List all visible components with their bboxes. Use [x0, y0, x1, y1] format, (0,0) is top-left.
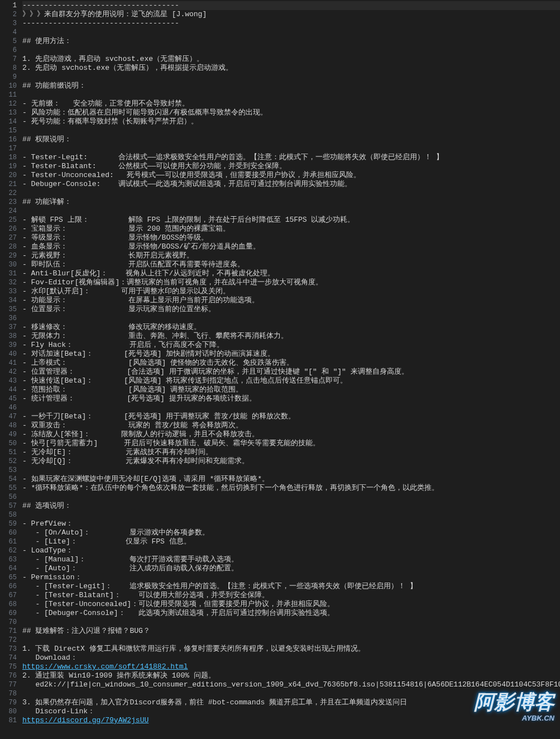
code-line[interactable]: - *循环释放策略*：在队伍中的每个角色依次释放一套技能，然后切换到下一个角色进… [22, 484, 560, 493]
code-line[interactable]: - 双重攻击： 玩家的 普攻/技能 将会释放两次。 [22, 421, 560, 430]
code-line[interactable]: 2. 通过重装 Win10-1909 操作系统来解决 100% 问题。 [22, 671, 560, 680]
code-line[interactable]: - 元素视野： 长期开启元素视野。 [22, 251, 560, 260]
code-line[interactable]: https://www.crsky.com/soft/141882.html [22, 662, 560, 671]
code-line[interactable]: - 冻结敌人[笨怪]： 限制敌人的行动逻辑，并且不会释放攻击。 [22, 430, 560, 439]
code-content[interactable]: ------------------------------------》》》来… [22, 0, 560, 739]
code-line[interactable] [22, 28, 560, 37]
code-line[interactable]: - 风险功能：低配机器在启用时可能导致闪退/有极低概率导致禁令的出现。 [22, 108, 560, 117]
code-line[interactable] [22, 689, 560, 698]
code-line[interactable] [22, 403, 560, 412]
code-line[interactable]: ------------------------------------ [22, 1, 560, 10]
code-line[interactable]: - 水印[默认开启]： 可用于调整水印的显示以及关闭。 [22, 287, 560, 296]
code-line[interactable]: - 无限体力： 重击、奔跑、冲刺、飞行、攀爬将不再消耗体力。 [22, 332, 560, 341]
code-line[interactable]: - 移速修改： 修改玩家的移动速度。 [22, 323, 560, 332]
code-line[interactable] [22, 144, 560, 153]
code-line[interactable]: ## 功能详解： [22, 198, 560, 207]
code-line[interactable]: - Anti-Blur[反虚化]： 视角从上往下/从远到近时，不再被虚化处理。 [22, 269, 560, 278]
code-line[interactable]: ## 使用方法： [22, 37, 560, 46]
code-line[interactable]: - 位置管理器： [合法选项] 用于微调玩家的坐标，并且可通过快捷键 "[" 和… [22, 368, 560, 376]
line-number: 75 [0, 662, 17, 671]
code-line[interactable]: - Fly Hack： 开启后，飞行高度不会下降。 [22, 341, 560, 350]
code-line[interactable]: - [Lite]： 仅显示 FPS 信息。 [22, 537, 560, 546]
code-line[interactable]: - 无冷却[Q]： 元素爆发不再有冷却时间和充能需求。 [22, 457, 560, 466]
code-line[interactable]: - 位置显示： 显示玩家当前的位置坐标。 [22, 305, 560, 314]
code-line[interactable]: - LoadType： [22, 546, 560, 555]
code-line[interactable] [22, 636, 560, 645]
code-line[interactable]: - [Tester-Unconcealed]：可以使用受限选项，但需要接受用户协… [22, 600, 560, 609]
code-line[interactable] [22, 493, 560, 502]
code-line[interactable]: - 快速传送[Beta]： [风险选项] 将玩家传送到指定地点，点击地点后传送任… [22, 376, 560, 385]
line-number: 23 [0, 198, 17, 207]
line-number: 51 [0, 448, 17, 457]
code-line[interactable]: - 统计管理器： [死号选项] 提升玩家的各项统计数据。 [22, 394, 560, 403]
code-line[interactable]: ## 权限说明： [22, 135, 560, 144]
code-line[interactable]: - [Auto]： 注入成功后自动载入保存的配置。 [22, 564, 560, 573]
line-number: 52 [0, 457, 17, 466]
code-line[interactable]: 1. 先启动游戏，再启动 svchost.exe（无需解压）。 [22, 55, 560, 64]
code-line[interactable]: - 无冷却[E]： 元素战技不再有冷却时间。 [22, 448, 560, 457]
code-line[interactable]: - 血条显示： 显示怪物/BOSS/矿石/部分道具的血量。 [22, 242, 560, 251]
code-line[interactable]: - [Tester-Blatant]： 可以使用大部分选项，并受到安全保障。 [22, 591, 560, 600]
code-line[interactable] [22, 314, 560, 323]
line-number: 53 [0, 466, 17, 475]
code-line[interactable] [22, 126, 560, 135]
code-line[interactable]: - Tester-Legit: 合法模式——追求极致安全性用户的首选。【注意：此… [22, 153, 560, 162]
code-line[interactable]: 2. 先启动 svchost.exe（无需解压），再根据提示启动游戏。 [22, 64, 560, 73]
code-line[interactable]: - 一秒千刀[Beta]： [死号选项] 用于调整玩家 普攻/技能 的释放次数。 [22, 412, 560, 421]
code-line[interactable] [22, 73, 560, 82]
code-line[interactable]: - 上帝模式： [风险选项] 使怪物的攻击无效化、免疫跌落伤害。 [22, 359, 560, 368]
code-line[interactable]: - 如果玩家在深渊螺旋中使用无冷却[E/Q]选项，请采用 *循环释放策略*。 [22, 475, 560, 484]
code-line[interactable]: - 范围拾取： [风险选项] 调整玩家的拾取范围。 [22, 385, 560, 394]
code-line[interactable]: - 解锁 FPS 上限： 解除 FPS 上限的限制，并在处于后台时降低至 15F… [22, 216, 560, 225]
code-line[interactable] [22, 189, 560, 198]
code-line[interactable] [22, 618, 560, 627]
line-number: 56 [0, 493, 17, 502]
code-line[interactable]: - 即时队伍： 开启队伍配置不再需要等待进度条。 [22, 260, 560, 269]
hyperlink[interactable]: https://www.crsky.com/soft/141882.html [22, 662, 188, 671]
code-line[interactable]: Download： [22, 654, 560, 662]
line-number: 44 [0, 385, 17, 394]
code-line[interactable]: Discord-Link： [22, 707, 560, 716]
code-line[interactable]: - Tester-Unconcealed: 死号模式——可以使用受限选项，但需要… [22, 171, 560, 180]
line-number: 26 [0, 225, 17, 233]
code-line[interactable]: ------------------------------------ [22, 19, 560, 28]
code-line[interactable] [22, 511, 560, 519]
code-line[interactable]: - 对话加速[Beta]： [死号选项] 加快剧情对话时的动画演算速度。 [22, 350, 560, 359]
hyperlink[interactable]: https://discord.gg/79yAW2jsUU [22, 716, 149, 724]
line-number: 12 [0, 99, 17, 108]
line-number: 49 [0, 430, 17, 439]
code-line[interactable]: https://discord.gg/79yAW2jsUU [22, 716, 560, 725]
code-line[interactable]: - 等级显示： 显示怪物/BOSS的等级。 [22, 233, 560, 242]
code-line[interactable]: ed2k://|file|cn_windows_10_consumer_edit… [22, 680, 560, 689]
code-line[interactable]: - 功能显示： 在屏幕上显示用户当前开启的功能选项。 [22, 296, 560, 305]
code-editor[interactable]: 1234567891011121314151617181920212223242… [0, 0, 560, 739]
code-line[interactable] [22, 46, 560, 55]
code-line[interactable]: 3. 如果仍然存在问题，加入官方Discord服务器，前往 #bot-comma… [22, 698, 560, 707]
code-line[interactable] [22, 90, 560, 99]
code-line[interactable]: - [On/Auto]： 显示游戏中的各项参数。 [22, 528, 560, 537]
line-number: 65 [0, 573, 17, 582]
code-line[interactable]: - Tester-Blatant: 公然模式——可以使用大部分功能，并受到安全保… [22, 162, 560, 171]
code-line[interactable]: 1. 下载 DirectX 修复工具和微软常用运行库，修复时需要关闭所有程序，以… [22, 645, 560, 654]
code-line[interactable] [22, 466, 560, 475]
code-line[interactable]: ## 疑难解答：注入闪退？报错？BUG？ [22, 627, 560, 636]
code-line[interactable]: - 死号功能：有概率导致封禁（长期账号严禁开启）。 [22, 117, 560, 126]
code-line[interactable]: - Debuger-Console: 调试模式——此选项为测试组选项，开启后可通… [22, 180, 560, 189]
line-number: 47 [0, 412, 17, 421]
code-line[interactable]: - 无前缀： 安全功能，正常使用不会导致封禁。 [22, 99, 560, 108]
code-line[interactable]: - 快弓[弓箭无需蓄力] 开启后可快速释放重击、破局矢、霜华矢等需要充能的技能。 [22, 439, 560, 448]
code-line[interactable]: - Permission： [22, 573, 560, 582]
code-line[interactable]: - PrefView： [22, 519, 560, 528]
code-line[interactable]: - Fov-Editor[视角编辑器]：调整玩家的当前可视角度，并在战斗中进一步… [22, 278, 560, 287]
code-line[interactable]: 》》》来自群友分享的使用说明：逆飞的流星 [J.wong] [22, 10, 560, 19]
code-line[interactable]: - [Tester-Legit]： 追求极致安全性用户的首选。【注意：此模式下，… [22, 582, 560, 591]
code-line[interactable]: ## 功能前缀说明： [22, 82, 560, 90]
code-line[interactable]: - [Debuger-Console]： 此选项为测试组选项，开启后可通过控制台… [22, 609, 560, 618]
code-line[interactable]: - [Manual]： 每次打开游戏需要手动载入选项。 [22, 555, 560, 564]
line-number: 48 [0, 421, 17, 430]
code-line[interactable]: - 宝箱显示： 显示 200 范围内的裸露宝箱。 [22, 225, 560, 233]
code-line[interactable]: ## 选项说明： [22, 502, 560, 511]
code-line[interactable] [22, 207, 560, 216]
line-number: 55 [0, 484, 17, 493]
line-number: 64 [0, 564, 17, 573]
